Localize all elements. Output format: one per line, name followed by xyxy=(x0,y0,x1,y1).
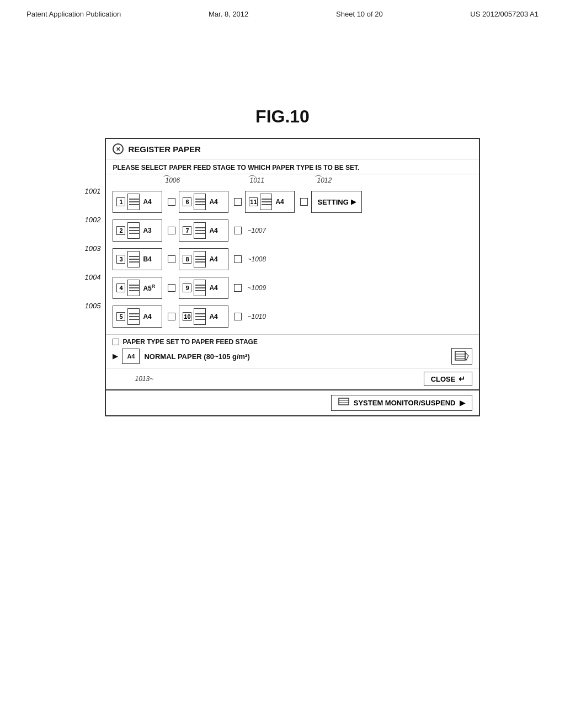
slot-1-checkbox[interactable] xyxy=(168,198,175,206)
slot-6-checkbox[interactable] xyxy=(234,198,242,206)
slot-11[interactable]: 11 A4 xyxy=(245,191,295,213)
slot-4-checkbox[interactable] xyxy=(168,284,175,292)
slot-num-1: 1 xyxy=(116,197,125,206)
slots-row-2: 2 A3 7 A4 xyxy=(113,217,472,244)
paper-a4-box: A4 xyxy=(122,349,140,364)
slot-paper-icon-11 xyxy=(260,194,272,210)
slot-paper-icon-9 xyxy=(194,280,206,296)
close-label: CLOSE xyxy=(431,375,456,383)
slot-num-3: 3 xyxy=(116,255,125,264)
instruction-text: PLEASE SELECT PAPER FEED STAGE TO WHICH … xyxy=(106,159,479,174)
annot-1007: ~1007 xyxy=(247,227,266,234)
slot-11-checkbox[interactable] xyxy=(300,198,308,206)
slot-8-checkbox[interactable] xyxy=(234,255,242,263)
header-center: Mar. 8, 2012 xyxy=(209,10,248,18)
annot-1009: ~1009 xyxy=(247,284,266,292)
slot-paper-icon-8 xyxy=(194,251,206,267)
svg-line-4 xyxy=(466,354,467,355)
close-button[interactable]: CLOSE ↵ xyxy=(424,372,473,386)
slot-9-checkbox[interactable] xyxy=(234,284,242,292)
slot-label-6: A4 xyxy=(209,198,217,206)
header-sheet: Sheet 10 of 20 xyxy=(336,10,383,18)
paper-size-text: A4 xyxy=(127,353,135,360)
slot-8[interactable]: 8 A4 xyxy=(179,248,228,270)
dialog-box: ✕ REGISTER PAPER PLEASE SELECT PAPER FEE… xyxy=(105,138,480,416)
label-1005: 1005 xyxy=(85,291,101,320)
slot-7-checkbox[interactable] xyxy=(234,227,242,234)
page-header: Patent Application Publication Mar. 8, 2… xyxy=(0,0,565,18)
slot-2-checkbox[interactable] xyxy=(168,227,175,234)
slot-paper-icon-1 xyxy=(127,194,140,210)
left-labels: 1001 1002 1003 1004 1005 xyxy=(85,138,101,320)
slot-label-1: A4 xyxy=(143,198,151,206)
slot-num-11: 11 xyxy=(249,197,258,206)
slot-paper-icon-6 xyxy=(194,194,206,210)
slot-paper-icon-7 xyxy=(194,222,206,239)
slot-4[interactable]: 4 A5R xyxy=(113,277,162,299)
dialog-title-text: REGISTER PAPER xyxy=(128,144,200,154)
svg-rect-0 xyxy=(455,351,465,360)
slot-6[interactable]: 6 A4 xyxy=(179,191,228,213)
slot-label-9: A4 xyxy=(209,284,217,292)
paper-type-text: PAPER TYPE SET TO PAPER FEED STAGE xyxy=(122,338,258,346)
slot-3[interactable]: 3 B4 xyxy=(113,248,162,270)
slot-7[interactable]: 7 A4 xyxy=(179,220,228,242)
slot-1[interactable]: 1 A4 xyxy=(113,191,162,213)
slot-label-10: A4 xyxy=(209,313,217,320)
slot-label-5: A4 xyxy=(143,313,151,320)
label-1002: 1002 xyxy=(85,205,101,234)
dialog-title-bar: ✕ REGISTER PAPER xyxy=(106,139,479,159)
slot-label-2: A3 xyxy=(143,227,151,234)
slot-num-6: 6 xyxy=(183,197,191,206)
slot-2[interactable]: 2 A3 xyxy=(113,220,162,242)
slot-label-11: A4 xyxy=(275,198,284,206)
paper-type-checkbox[interactable] xyxy=(113,339,119,345)
figure-title: FIG.10 xyxy=(0,106,565,127)
annot-1013: 1013~ xyxy=(135,375,153,383)
setting-label: SETTING xyxy=(317,198,348,206)
register-icon: ✕ xyxy=(113,143,124,154)
slot-5[interactable]: 5 A4 xyxy=(113,306,162,328)
close-row: 1013~ CLOSE ↵ xyxy=(106,368,479,389)
paper-info-row: ▶ A4 NORMAL PAPER (80~105 g/m²) xyxy=(113,348,472,365)
arrow-1011: ⌒ xyxy=(248,174,257,186)
slots-row-1: 1 A4 6 A4 xyxy=(113,189,472,215)
slot-9[interactable]: 9 A4 xyxy=(179,277,228,299)
slot-label-7: A4 xyxy=(209,227,217,234)
slot-label-4: A5R xyxy=(143,283,155,292)
header-patent: US 2012/0057203 A1 xyxy=(470,10,539,18)
slot-10[interactable]: 10 A4 xyxy=(179,306,228,328)
label-1001: 1001 xyxy=(85,176,101,205)
close-corner-icon: ↵ xyxy=(459,374,465,383)
label-1003: 1003 xyxy=(85,234,101,263)
slot-num-5: 5 xyxy=(116,312,125,321)
slot-num-2: 2 xyxy=(116,226,125,235)
setting-button[interactable]: SETTING ▶ xyxy=(311,191,361,213)
slot-paper-icon-5 xyxy=(127,308,140,325)
slot-5-checkbox[interactable] xyxy=(168,313,175,320)
bottom-section: PAPER TYPE SET TO PAPER FEED STAGE ▶ A4 … xyxy=(106,335,479,368)
slot-num-7: 7 xyxy=(183,226,191,235)
annot-1010: ~1010 xyxy=(247,313,266,320)
slots-area: 1 A4 6 A4 xyxy=(106,186,479,335)
slot-num-10: 10 xyxy=(183,312,191,321)
slot-paper-icon-4 xyxy=(127,280,140,296)
slot-paper-icon-3 xyxy=(127,251,140,267)
slot-10-checkbox[interactable] xyxy=(234,313,242,320)
paper-type-label: PAPER TYPE SET TO PAPER FEED STAGE xyxy=(113,338,472,346)
system-monitor-button[interactable]: SYSTEM MONITOR/SUSPEND ▶ xyxy=(331,395,473,411)
slot-num-4: 4 xyxy=(116,283,125,292)
paper-edit-icon[interactable] xyxy=(451,348,472,365)
slot-3-checkbox[interactable] xyxy=(168,255,175,263)
annotation-top-row: 1006 ⌒ 1011 ⌒ 1012 ⌒ xyxy=(113,174,472,186)
system-arrow-icon: ▶ xyxy=(460,399,465,407)
slot-paper-icon-2 xyxy=(127,222,140,239)
header-left: Patent Application Publication xyxy=(26,10,121,18)
setting-arrow-icon: ▶ xyxy=(351,198,356,206)
slots-row-3: 3 B4 8 A4 xyxy=(113,246,472,272)
slots-row-5: 5 A4 10 A4 xyxy=(113,303,472,330)
slot-num-9: 9 xyxy=(183,283,191,292)
dialog-wrapper: 1001 1002 1003 1004 1005 ✕ REGISTER PAPE… xyxy=(0,138,565,416)
system-label: SYSTEM MONITOR/SUSPEND xyxy=(354,399,456,407)
label-1004: 1004 xyxy=(85,263,101,291)
